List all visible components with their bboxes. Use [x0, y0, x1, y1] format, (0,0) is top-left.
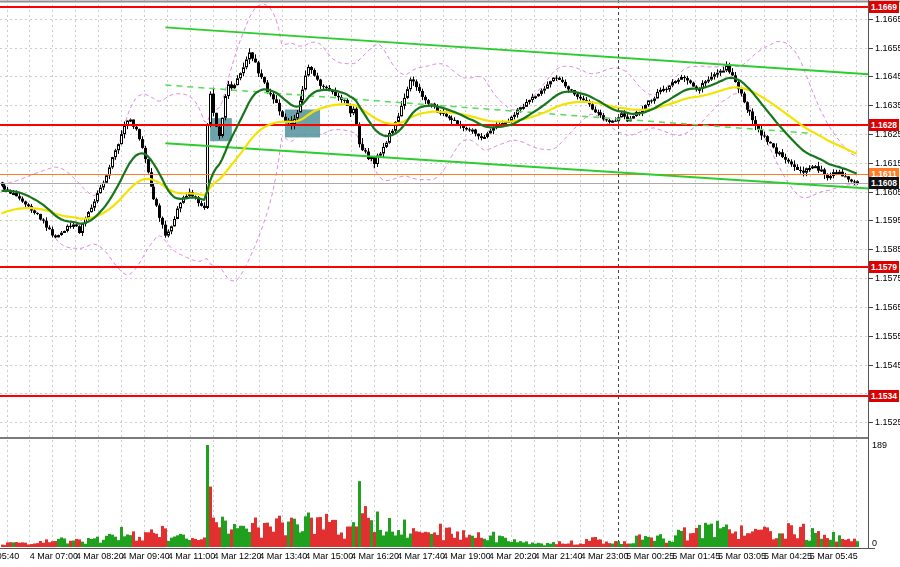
candlestick-chart-canvas[interactable] [0, 0, 900, 567]
trading-chart-window: 189 0 1.16651.16551.16451.16351.16251.16… [0, 0, 900, 567]
